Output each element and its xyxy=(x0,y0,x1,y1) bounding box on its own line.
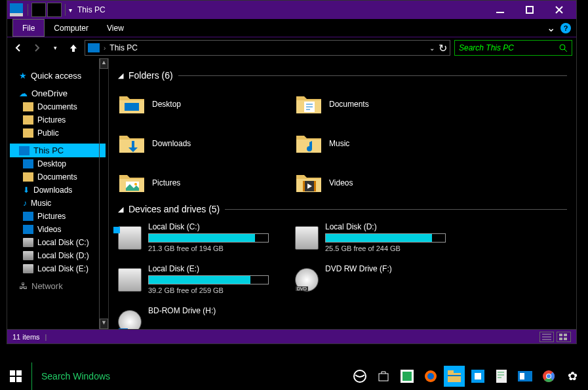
drive-usage-bar xyxy=(148,275,269,284)
pictures-folder-icon xyxy=(118,171,146,195)
sidebar-item-pictures[interactable]: Pictures xyxy=(10,113,106,127)
group-header-folders[interactable]: ◢ Folders (6) xyxy=(118,70,567,81)
taskbar-chrome-icon[interactable] xyxy=(538,366,559,387)
sidebar-item-quick-access[interactable]: ★Quick access xyxy=(10,69,106,83)
folder-label: Desktop xyxy=(152,100,181,109)
sidebar-item-documents[interactable]: Documents xyxy=(10,100,106,113)
taskbar-firefox-icon[interactable] xyxy=(420,366,441,387)
sidebar-item-videos[interactable]: Videos xyxy=(10,223,106,236)
tiles-view-button[interactable] xyxy=(557,332,571,342)
ribbon-tab-view[interactable]: View xyxy=(98,21,133,35)
details-view-button[interactable] xyxy=(539,332,554,342)
taskbar-edge-icon[interactable] xyxy=(349,366,370,387)
start-button[interactable] xyxy=(0,362,31,390)
drive-icon xyxy=(23,264,33,273)
svg-rect-14 xyxy=(559,338,562,340)
collapse-icon[interactable]: ◢ xyxy=(118,205,123,214)
search-placeholder: Search This PC xyxy=(459,43,559,52)
drive-item[interactable]: Local Disk (C:)21.3 GB free of 194 GB xyxy=(118,222,269,255)
taskbar-store-icon[interactable] xyxy=(373,366,394,387)
drive-icon xyxy=(118,226,142,250)
folder-item-documents[interactable]: Documents xyxy=(295,88,446,120)
address-dropdown-icon[interactable]: ⌄ xyxy=(429,45,435,52)
folder-item-music[interactable]: Music xyxy=(295,128,446,159)
sidebar-item-label: Downloads xyxy=(33,185,72,195)
taskbar-app3-icon[interactable] xyxy=(491,366,512,387)
sidebar-item-pictures[interactable]: Pictures xyxy=(10,210,106,223)
taskbar-settings-icon[interactable]: ✿ xyxy=(562,366,583,387)
svg-rect-12 xyxy=(559,334,562,336)
drive-item[interactable]: Local Disk (E:)39.2 GB free of 259 GB xyxy=(118,264,269,297)
search-input[interactable]: Search This PC xyxy=(454,40,572,56)
network-icon: 🖧 xyxy=(19,281,28,291)
forward-button[interactable] xyxy=(29,41,44,55)
music-icon: ♪ xyxy=(23,199,27,208)
help-icon[interactable]: ? xyxy=(560,23,571,33)
qat-properties-icon[interactable] xyxy=(31,3,46,17)
titlebar[interactable]: ▾ This PC xyxy=(7,1,576,19)
sidebar-item-local-disk-c[interactable]: Local Disk (C:) xyxy=(10,236,106,249)
sidebar-item-local-disk-e[interactable]: Local Disk (E:) xyxy=(10,262,106,275)
ribbon-tab-computer[interactable]: Computer xyxy=(45,21,98,35)
folder-item-pictures[interactable]: Pictures xyxy=(118,167,269,199)
sidebar-item-label: This PC xyxy=(33,146,64,155)
minimize-button[interactable] xyxy=(485,3,515,17)
videos-folder-icon xyxy=(295,171,323,195)
sidebar-item-this-pc[interactable]: This PC xyxy=(10,144,106,157)
sidebar-item-downloads[interactable]: ⬇Downloads xyxy=(10,184,106,197)
svg-rect-15 xyxy=(564,338,567,340)
close-button[interactable] xyxy=(544,3,574,17)
folder-item-downloads[interactable]: Downloads xyxy=(118,128,269,159)
sidebar-item-music[interactable]: ♪Music xyxy=(10,197,106,210)
sidebar-item-onedrive[interactable]: ☁OneDrive xyxy=(10,87,106,100)
refresh-button[interactable]: ↻ xyxy=(439,42,447,54)
drive-item[interactable]: DVDDVD RW Drive (F:) xyxy=(295,264,446,297)
sidebar-item-documents[interactable]: Documents xyxy=(10,170,106,184)
taskbar-explorer-icon[interactable] xyxy=(444,366,465,387)
drive-item[interactable]: Local Disk (D:)25.5 GB free of 244 GB xyxy=(295,222,446,255)
sidebar-scrollbar[interactable]: ▲ ▼ xyxy=(99,58,108,329)
drive-label: Local Disk (D:) xyxy=(325,222,446,231)
group-title: Devices and drives (5) xyxy=(128,204,220,214)
svg-rect-2 xyxy=(496,12,504,13)
desktop-icon xyxy=(23,159,33,168)
scroll-down-icon[interactable]: ▼ xyxy=(100,319,108,329)
qat-new-folder-icon[interactable] xyxy=(47,3,62,17)
svg-point-25 xyxy=(427,373,434,380)
sidebar-item-label: Pictures xyxy=(37,212,66,221)
taskbar-app2-icon[interactable] xyxy=(467,366,488,387)
address-field[interactable]: › This PC ⌄ ↻ xyxy=(85,40,450,56)
group-header-drives[interactable]: ◢ Devices and drives (5) xyxy=(118,204,567,214)
recent-locations-button[interactable]: ▾ xyxy=(48,41,62,55)
svg-rect-10 xyxy=(303,181,305,191)
drive-free-text: 39.2 GB free of 259 GB xyxy=(148,286,269,294)
folder-item-videos[interactable]: Videos xyxy=(295,167,446,199)
svg-rect-13 xyxy=(564,334,567,336)
svg-point-38 xyxy=(547,374,551,378)
file-tab[interactable]: File xyxy=(12,19,45,37)
sidebar-item-local-disk-d[interactable]: Local Disk (D:) xyxy=(10,249,106,262)
taskbar-app4-icon[interactable] xyxy=(515,366,536,387)
drive-free-text: 25.5 GB free of 244 GB xyxy=(325,244,446,252)
this-pc-icon xyxy=(19,146,29,155)
sidebar-item-desktop[interactable]: Desktop xyxy=(10,157,106,170)
drive-item[interactable]: BDBD-ROM Drive (H:) xyxy=(118,306,269,329)
sidebar-item-label: OneDrive xyxy=(31,88,68,98)
scroll-up-icon[interactable]: ▲ xyxy=(100,58,108,69)
drive-icon: BD xyxy=(118,310,142,329)
qat-dropdown-icon[interactable]: ▾ xyxy=(69,7,72,14)
maximize-button[interactable] xyxy=(515,3,544,17)
sidebar-item-public[interactable]: Public xyxy=(10,127,106,140)
collapse-icon[interactable]: ◢ xyxy=(118,71,123,80)
svg-rect-21 xyxy=(379,374,388,381)
folder-icon xyxy=(23,115,33,125)
back-button[interactable] xyxy=(11,41,26,55)
ribbon-expand-icon[interactable]: ⌄ xyxy=(547,22,555,34)
up-button[interactable] xyxy=(66,41,81,55)
sidebar-item-network[interactable]: 🖧Network xyxy=(10,279,106,293)
taskbar-app1-icon[interactable] xyxy=(397,366,418,387)
status-bar: 11 items | xyxy=(7,329,576,343)
content-pane: ◢ Folders (6) DesktopDocumentsDownloadsM… xyxy=(109,58,576,329)
folder-item-desktop[interactable]: Desktop xyxy=(118,88,269,120)
taskbar-search[interactable]: Search Windows xyxy=(31,362,228,390)
